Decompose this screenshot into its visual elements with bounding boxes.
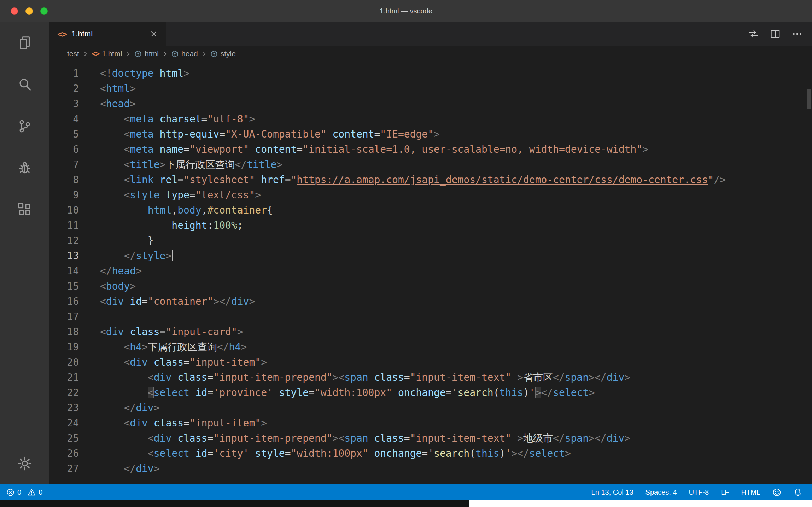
activity-bar-top	[0, 22, 49, 231]
activity-source-control-button[interactable]	[0, 105, 49, 147]
open-changes-button[interactable]	[748, 28, 759, 40]
activity-explorer-button[interactable]	[0, 22, 49, 64]
indent-guide	[100, 172, 100, 187]
indent-guide	[124, 385, 124, 400]
breadcrumb-item-test[interactable]: test	[67, 49, 79, 58]
close-window-button[interactable]	[11, 7, 18, 15]
code-line-content[interactable]: <select id='city' style="width:100px" on…	[100, 446, 571, 461]
code-line: 23 </div>	[49, 400, 812, 415]
breadcrumb-item-1-html[interactable]: <>1.html	[92, 49, 122, 58]
chevron-right-icon	[82, 51, 89, 57]
code-line: 14</head>	[49, 263, 812, 279]
notifications-bell-icon[interactable]	[793, 488, 802, 497]
status-cursor-position[interactable]: Ln 13, Col 13	[591, 488, 633, 496]
code-line: 6 <meta name="viewport" content="initial…	[49, 142, 812, 157]
activity-bar-bottom	[0, 443, 49, 484]
code-line-content[interactable]: </div>	[100, 461, 160, 476]
activity-bar	[0, 22, 49, 484]
code-line-content[interactable]: }	[100, 233, 154, 248]
code-line-content[interactable]: </div>	[100, 400, 160, 415]
indent-guide	[100, 415, 100, 431]
breadcrumb: test<>1.htmlhtmlheadstyle	[49, 46, 812, 62]
code-line-content[interactable]: <html>	[100, 81, 136, 96]
line-number: 3	[49, 96, 79, 111]
code-line: 15<body>	[49, 279, 812, 294]
code-line-content[interactable]: <div class="input-item-prepend"><span cl…	[100, 431, 630, 446]
code-line: 7 <title>下属行政区查询</title>	[49, 157, 812, 172]
split-editor-icon	[770, 28, 781, 40]
breadcrumb-item-head[interactable]: head	[171, 49, 198, 58]
activity-search-button[interactable]	[0, 64, 49, 105]
status-indentation[interactable]: Spaces: 4	[645, 488, 677, 496]
status-right-items: Ln 13, Col 13Spaces: 4UTF-8LFHTML	[591, 488, 760, 496]
code-line: 27 </div>	[49, 461, 812, 476]
indent-guide	[124, 431, 124, 446]
code-line-content[interactable]: <select id='province' style="width:100px…	[100, 385, 595, 400]
indent-guide	[100, 339, 100, 355]
code-line-content[interactable]: <div id="container"></div>	[100, 294, 255, 309]
code-line-content[interactable]: <head>	[100, 96, 136, 111]
code-line-content[interactable]: <title>下属行政区查询</title>	[100, 157, 282, 172]
line-number: 8	[49, 172, 79, 187]
code-line-content[interactable]: <meta charset="utf-8">	[100, 111, 255, 127]
line-number: 27	[49, 461, 79, 476]
line-number: 25	[49, 431, 79, 446]
breadcrumb-item-style[interactable]: style	[210, 49, 236, 58]
error-count: 0	[17, 488, 21, 496]
traffic-lights	[11, 0, 48, 22]
html-file-icon: <>	[57, 29, 66, 39]
code-line-content[interactable]: <meta http-equiv="X-UA-Compatible" conte…	[100, 127, 440, 142]
code-line-content[interactable]: <div class="input-item-prepend"><span cl…	[100, 370, 630, 385]
status-language-mode[interactable]: HTML	[741, 488, 760, 496]
code-line-content[interactable]: height:100%;	[100, 218, 243, 233]
activity-settings-button[interactable]	[0, 443, 49, 484]
tab-1html[interactable]: <> 1.html	[49, 22, 166, 46]
search-icon	[17, 76, 33, 93]
activity-extensions-button[interactable]	[0, 189, 49, 231]
zoom-window-button[interactable]	[40, 7, 48, 15]
editor-actions	[748, 22, 812, 46]
code-line-content[interactable]: <meta name="viewport" content="initial-s…	[100, 142, 648, 157]
code-line-content[interactable]: <div class="input-item">	[100, 415, 267, 431]
problems-indicator[interactable]: 0 0	[6, 488, 42, 496]
code-line: 12 }	[49, 233, 812, 248]
indent-guide	[100, 127, 100, 142]
activity-run-debug-button[interactable]	[0, 147, 49, 189]
line-number: 6	[49, 142, 79, 157]
code-line-content[interactable]: <div class="input-card">	[100, 324, 243, 339]
code-line-content[interactable]: </style>	[100, 248, 173, 263]
more-actions-button[interactable]	[791, 28, 803, 40]
close-tab-icon[interactable]	[150, 30, 158, 38]
code-line-content[interactable]: </head>	[100, 263, 142, 279]
debug-icon	[17, 160, 33, 176]
chevron-right-icon	[125, 51, 132, 57]
line-number: 16	[49, 294, 79, 309]
text-cursor	[172, 250, 173, 261]
status-bar: 0 0 Ln 13, Col 13Spaces: 4UTF-8LFHTML	[0, 484, 812, 500]
status-left: 0 0	[6, 488, 42, 496]
indent-guide	[100, 355, 100, 370]
split-editor-button[interactable]	[770, 28, 781, 40]
status-end-of-line[interactable]: LF	[721, 488, 729, 496]
code-line-content[interactable]: <!doctype html>	[100, 66, 189, 81]
code-line-content[interactable]: <body>	[100, 279, 136, 294]
code-line-content[interactable]: <link rel="stylesheet" href="https://a.a…	[100, 172, 726, 187]
status-encoding[interactable]: UTF-8	[689, 488, 709, 496]
status-right: Ln 13, Col 13Spaces: 4UTF-8LFHTML	[591, 488, 802, 497]
breadcrumb-label: head	[181, 49, 198, 58]
breadcrumb-label: style	[221, 49, 236, 58]
code-line: 8 <link rel="stylesheet" href="https://a…	[49, 172, 812, 187]
feedback-smiley-icon[interactable]	[772, 488, 781, 497]
code-line: 11 height:100%;	[49, 218, 812, 233]
code-line-content[interactable]: html,body,#container{	[100, 203, 273, 218]
indent-guide	[100, 111, 100, 127]
breadcrumb-item-html[interactable]: html	[134, 49, 159, 58]
chevron-right-icon	[162, 51, 168, 57]
code-line-content[interactable]: <h4>下属行政区查询</h4>	[100, 339, 247, 355]
code-line-content[interactable]: <style type="text/css">	[100, 187, 261, 203]
indent-guide	[124, 203, 124, 218]
minimize-window-button[interactable]	[25, 7, 33, 15]
line-number: 12	[49, 233, 79, 248]
code-line-content[interactable]: <div class="input-item">	[100, 355, 267, 370]
scrollbar-thumb[interactable]	[807, 89, 811, 109]
